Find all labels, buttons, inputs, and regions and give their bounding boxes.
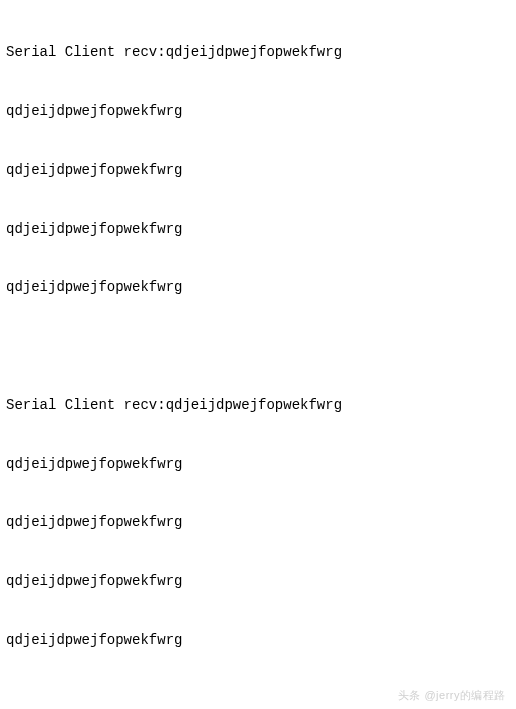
blank-line	[6, 337, 510, 357]
payload-line: qdjeijdpwejfopwekfwrg	[6, 455, 510, 475]
payload-line: qdjeijdpwejfopwekfwrg	[6, 102, 510, 122]
recv-payload: qdjeijdpwejfopwekfwrg	[166, 44, 342, 60]
payload-line: qdjeijdpwejfopwekfwrg	[6, 278, 510, 298]
recv-header-line: Serial Client recv:qdjeijdpwejfopwekfwrg	[6, 396, 510, 416]
payload-line: qdjeijdpwejfopwekfwrg	[6, 631, 510, 651]
terminal-output: Serial Client recv:qdjeijdpwejfopwekfwrg…	[6, 4, 510, 709]
recv-prefix: Serial Client recv:	[6, 397, 166, 413]
payload-line: qdjeijdpwejfopwekfwrg	[6, 572, 510, 592]
watermark-label: 头条 @jerry的编程路	[398, 688, 506, 703]
payload-line: qdjeijdpwejfopwekfwrg	[6, 513, 510, 533]
recv-prefix: Serial Client recv:	[6, 44, 166, 60]
payload-line: qdjeijdpwejfopwekfwrg	[6, 161, 510, 181]
recv-header-line: Serial Client recv:qdjeijdpwejfopwekfwrg	[6, 43, 510, 63]
payload-line: qdjeijdpwejfopwekfwrg	[6, 220, 510, 240]
recv-payload: qdjeijdpwejfopwekfwrg	[166, 397, 342, 413]
